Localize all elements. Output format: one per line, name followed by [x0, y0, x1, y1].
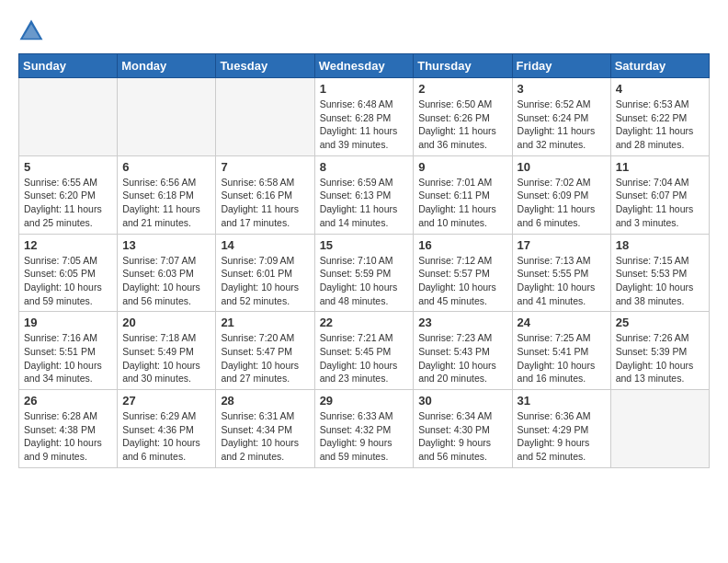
- calendar-cell: 19Sunrise: 7:16 AMSunset: 5:51 PMDayligh…: [19, 312, 118, 390]
- day-number: 28: [221, 394, 309, 408]
- calendar-cell: 27Sunrise: 6:29 AMSunset: 4:36 PMDayligh…: [118, 390, 216, 468]
- day-info: Sunrise: 6:52 AMSunset: 6:24 PMDaylight:…: [518, 98, 606, 152]
- day-info: Sunrise: 7:05 AMSunset: 6:05 PMDaylight:…: [24, 254, 112, 308]
- day-info: Sunrise: 7:09 AMSunset: 6:01 PMDaylight:…: [221, 254, 309, 308]
- day-info: Sunrise: 7:01 AMSunset: 6:11 PMDaylight:…: [418, 176, 506, 230]
- day-info: Sunrise: 6:59 AMSunset: 6:13 PMDaylight:…: [320, 176, 409, 230]
- calendar-cell: 13Sunrise: 7:07 AMSunset: 6:03 PMDayligh…: [118, 234, 216, 312]
- day-number: 14: [221, 238, 309, 252]
- day-info: Sunrise: 6:34 AMSunset: 4:30 PMDaylight:…: [418, 409, 506, 464]
- calendar-cell: 10Sunrise: 7:02 AMSunset: 6:09 PMDayligh…: [512, 155, 610, 234]
- calendar-cell: 15Sunrise: 7:10 AMSunset: 5:59 PMDayligh…: [314, 234, 414, 312]
- day-info: Sunrise: 7:21 AMSunset: 5:45 PMDaylight:…: [320, 331, 409, 385]
- day-number: 18: [616, 238, 704, 252]
- day-number: 31: [518, 394, 606, 408]
- day-info: Sunrise: 7:20 AMSunset: 5:47 PMDaylight:…: [221, 331, 309, 385]
- day-info: Sunrise: 7:07 AMSunset: 6:03 PMDaylight:…: [122, 254, 210, 308]
- logo-icon: [18, 18, 44, 44]
- day-info: Sunrise: 6:55 AMSunset: 6:20 PMDaylight:…: [24, 176, 112, 230]
- day-info: Sunrise: 6:28 AMSunset: 4:38 PMDaylight:…: [24, 409, 112, 464]
- day-info: Sunrise: 6:50 AMSunset: 6:26 PMDaylight:…: [418, 98, 506, 152]
- day-number: 1: [320, 82, 409, 96]
- day-number: 8: [320, 160, 409, 174]
- day-info: Sunrise: 6:53 AMSunset: 6:22 PMDaylight:…: [616, 98, 704, 152]
- day-number: 23: [418, 316, 506, 329]
- calendar-cell: 6Sunrise: 6:56 AMSunset: 6:18 PMDaylight…: [118, 155, 216, 234]
- day-number: 22: [320, 316, 409, 329]
- day-number: 29: [320, 394, 409, 408]
- day-info: Sunrise: 7:18 AMSunset: 5:49 PMDaylight:…: [122, 331, 210, 385]
- calendar-cell: 1Sunrise: 6:48 AMSunset: 6:28 PMDaylight…: [314, 78, 414, 156]
- weekday-header: Wednesday: [314, 54, 414, 78]
- calendar-week-row: 5Sunrise: 6:55 AMSunset: 6:20 PMDaylight…: [19, 155, 710, 234]
- calendar-cell: 8Sunrise: 6:59 AMSunset: 6:13 PMDaylight…: [314, 155, 414, 234]
- calendar-cell: 31Sunrise: 6:36 AMSunset: 4:29 PMDayligh…: [512, 390, 610, 468]
- day-info: Sunrise: 6:58 AMSunset: 6:16 PMDaylight:…: [221, 176, 309, 230]
- day-info: Sunrise: 6:56 AMSunset: 6:18 PMDaylight:…: [122, 176, 210, 230]
- day-number: 30: [418, 394, 506, 408]
- calendar-cell: 20Sunrise: 7:18 AMSunset: 5:49 PMDayligh…: [118, 312, 216, 390]
- day-number: 12: [24, 238, 112, 252]
- calendar-cell: 23Sunrise: 7:23 AMSunset: 5:43 PMDayligh…: [414, 312, 512, 390]
- calendar-cell: 9Sunrise: 7:01 AMSunset: 6:11 PMDaylight…: [414, 155, 512, 234]
- day-info: Sunrise: 6:31 AMSunset: 4:34 PMDaylight:…: [221, 409, 309, 464]
- calendar-table: SundayMondayTuesdayWednesdayThursdayFrid…: [18, 53, 710, 468]
- calendar-cell: 24Sunrise: 7:25 AMSunset: 5:41 PMDayligh…: [512, 312, 610, 390]
- calendar-cell: 28Sunrise: 6:31 AMSunset: 4:34 PMDayligh…: [216, 390, 314, 468]
- day-number: 24: [518, 316, 606, 329]
- calendar-cell: 3Sunrise: 6:52 AMSunset: 6:24 PMDaylight…: [512, 78, 610, 156]
- day-info: Sunrise: 7:10 AMSunset: 5:59 PMDaylight:…: [320, 254, 409, 308]
- weekday-header: Sunday: [19, 54, 118, 78]
- day-number: 3: [518, 82, 606, 96]
- calendar-week-row: 12Sunrise: 7:05 AMSunset: 6:05 PMDayligh…: [19, 234, 710, 312]
- calendar-cell: 26Sunrise: 6:28 AMSunset: 4:38 PMDayligh…: [19, 390, 118, 468]
- day-number: 2: [418, 82, 506, 96]
- day-info: Sunrise: 7:15 AMSunset: 5:53 PMDaylight:…: [616, 254, 704, 308]
- day-number: 19: [24, 316, 112, 329]
- weekday-header: Friday: [512, 54, 610, 78]
- calendar-header-row: SundayMondayTuesdayWednesdayThursdayFrid…: [19, 54, 710, 78]
- day-info: Sunrise: 7:23 AMSunset: 5:43 PMDaylight:…: [418, 331, 506, 385]
- day-info: Sunrise: 7:26 AMSunset: 5:39 PMDaylight:…: [616, 331, 704, 385]
- calendar-cell: 18Sunrise: 7:15 AMSunset: 5:53 PMDayligh…: [610, 234, 709, 312]
- day-number: 7: [221, 160, 309, 174]
- day-info: Sunrise: 6:33 AMSunset: 4:32 PMDaylight:…: [320, 409, 409, 464]
- day-number: 9: [418, 160, 506, 174]
- day-number: 15: [320, 238, 409, 252]
- day-number: 11: [616, 160, 704, 174]
- calendar-cell: 5Sunrise: 6:55 AMSunset: 6:20 PMDaylight…: [19, 155, 118, 234]
- calendar-cell: 7Sunrise: 6:58 AMSunset: 6:16 PMDaylight…: [216, 155, 314, 234]
- day-number: 13: [122, 238, 210, 252]
- day-number: 17: [518, 238, 606, 252]
- calendar-cell: [610, 390, 709, 468]
- logo: [18, 18, 46, 44]
- calendar-cell: 11Sunrise: 7:04 AMSunset: 6:07 PMDayligh…: [610, 155, 709, 234]
- weekday-header: Tuesday: [216, 54, 314, 78]
- calendar-cell: 4Sunrise: 6:53 AMSunset: 6:22 PMDaylight…: [610, 78, 709, 156]
- calendar-cell: 29Sunrise: 6:33 AMSunset: 4:32 PMDayligh…: [314, 390, 414, 468]
- calendar-cell: 21Sunrise: 7:20 AMSunset: 5:47 PMDayligh…: [216, 312, 314, 390]
- day-number: 27: [122, 394, 210, 408]
- day-number: 6: [122, 160, 210, 174]
- day-info: Sunrise: 7:12 AMSunset: 5:57 PMDaylight:…: [418, 254, 506, 308]
- weekday-header: Saturday: [610, 54, 709, 78]
- weekday-header: Monday: [118, 54, 216, 78]
- weekday-header: Thursday: [414, 54, 512, 78]
- calendar-week-row: 1Sunrise: 6:48 AMSunset: 6:28 PMDaylight…: [19, 78, 710, 156]
- day-number: 21: [221, 316, 309, 329]
- calendar-cell: [216, 78, 314, 156]
- day-info: Sunrise: 7:25 AMSunset: 5:41 PMDaylight:…: [518, 331, 606, 385]
- calendar-cell: 16Sunrise: 7:12 AMSunset: 5:57 PMDayligh…: [414, 234, 512, 312]
- day-info: Sunrise: 7:02 AMSunset: 6:09 PMDaylight:…: [518, 176, 606, 230]
- calendar-cell: 17Sunrise: 7:13 AMSunset: 5:55 PMDayligh…: [512, 234, 610, 312]
- day-number: 5: [24, 160, 112, 174]
- day-info: Sunrise: 7:13 AMSunset: 5:55 PMDaylight:…: [518, 254, 606, 308]
- day-info: Sunrise: 6:36 AMSunset: 4:29 PMDaylight:…: [518, 409, 606, 464]
- calendar-cell: [118, 78, 216, 156]
- calendar-cell: 14Sunrise: 7:09 AMSunset: 6:01 PMDayligh…: [216, 234, 314, 312]
- header: [18, 18, 710, 44]
- day-number: 16: [418, 238, 506, 252]
- day-info: Sunrise: 7:04 AMSunset: 6:07 PMDaylight:…: [616, 176, 704, 230]
- calendar-cell: 22Sunrise: 7:21 AMSunset: 5:45 PMDayligh…: [314, 312, 414, 390]
- calendar-week-row: 19Sunrise: 7:16 AMSunset: 5:51 PMDayligh…: [19, 312, 710, 390]
